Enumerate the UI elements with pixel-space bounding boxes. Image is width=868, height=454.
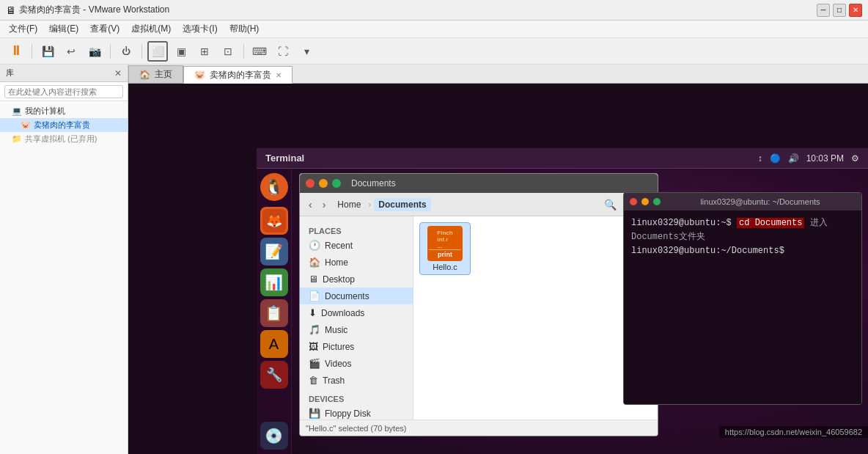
fm-minimize-button[interactable]	[319, 179, 328, 188]
sidebar-home-label: Home	[325, 257, 348, 268]
menu-file[interactable]: 文件(F)	[3, 21, 43, 37]
menu-edit[interactable]: 编辑(E)	[43, 21, 84, 37]
fm-maximize-button[interactable]	[332, 179, 341, 188]
dock-item-1[interactable]: 🦊	[260, 207, 288, 235]
snapshot-button[interactable]: 📷	[84, 41, 105, 62]
sidebar-item-videos[interactable]: 🎬 Videos	[300, 355, 413, 372]
library-search-input[interactable]	[4, 85, 123, 98]
sidebar-item-documents[interactable]: 📄 Documents	[300, 288, 413, 304]
dock-item-7[interactable]: 💿	[260, 422, 288, 450]
breadcrumb-sep: ›	[368, 199, 371, 210]
vm-view-1[interactable]: ⬜	[147, 41, 168, 62]
file-item-hello-c[interactable]: Finchint r... print Hello.c	[419, 222, 471, 275]
sidebar-item-floppy[interactable]: 💾 Floppy Disk	[300, 405, 413, 420]
tree-vm-item[interactable]: 🐷 卖猪肉的李富贵	[0, 118, 128, 132]
dock-item-6[interactable]: 🔧	[260, 361, 288, 389]
sidebar-item-music[interactable]: 🎵 Music	[300, 321, 413, 338]
sidebar-item-pictures[interactable]: 🖼 Pictures	[300, 338, 413, 355]
vmware-titlebar: 🖥 卖猪肉的李富贵 - VMware Workstation ─ □ ✕	[0, 0, 868, 21]
breadcrumb-home[interactable]: Home	[333, 198, 365, 211]
menu-help[interactable]: 帮助(H)	[224, 21, 265, 37]
dock-item-4[interactable]: 📋	[260, 299, 288, 327]
places-label: Places	[300, 221, 413, 237]
app-dock: 🐧 🦊 📝 📊 📋 A 🔧 💿	[257, 169, 292, 454]
shared-vms-label: 共享虚拟机 (已弃用)	[25, 133, 97, 144]
shared-icon: 📁	[12, 134, 22, 144]
clock: 10:03 PM	[806, 153, 844, 164]
home-tab-icon: 🏠	[139, 70, 150, 80]
sidebar-pictures-label: Pictures	[323, 342, 354, 352]
more-button[interactable]: ▾	[296, 41, 317, 62]
breadcrumb-documents[interactable]: Documents	[374, 198, 430, 211]
fm-status-text: "Hello.c" selected (70 bytes)	[306, 424, 406, 433]
tree-shared-vms[interactable]: 📁 共享虚拟机 (已弃用)	[0, 132, 128, 146]
tab-home[interactable]: 🏠 主页	[128, 65, 183, 83]
power-button[interactable]: ⏻	[116, 41, 136, 62]
library-tree: 💻 我的计算机 🐷 卖猪肉的李富贵 📁 共享虚拟机 (已弃用)	[0, 101, 128, 454]
fm-status-bar: "Hello.c" selected (70 bytes)	[300, 420, 658, 436]
terminal-label: Terminal	[265, 153, 304, 164]
sidebar-documents-label: Documents	[325, 291, 369, 301]
fm-main-area: Finchint r... print Hello.c	[413, 216, 658, 420]
save-state-button[interactable]: 💾	[37, 41, 58, 62]
fm-forward-button[interactable]: ›	[320, 197, 329, 212]
volume-icon: 🔊	[788, 153, 799, 164]
dock-item-2[interactable]: 📝	[260, 238, 288, 266]
term-maximize-button[interactable]	[653, 198, 661, 205]
sidebar-item-desktop[interactable]: 🖥 Desktop	[300, 271, 413, 288]
fm-search-button[interactable]: 🔍	[601, 197, 619, 212]
downloads-icon: ⬇	[309, 307, 317, 318]
ubuntu-logo[interactable]: 🐧	[260, 173, 288, 201]
dock-item-3[interactable]: 📊	[260, 268, 288, 296]
sidebar-item-downloads[interactable]: ⬇ Downloads	[300, 304, 413, 321]
menu-vm[interactable]: 虚拟机(M)	[125, 21, 177, 37]
sidebar-trash-label: Trash	[323, 376, 345, 386]
minimize-button[interactable]: ─	[817, 4, 830, 17]
term-minimize-button[interactable]	[641, 198, 649, 205]
trash-icon: 🗑	[309, 375, 318, 386]
fm-body: Places 🕐 Recent 🏠 Home 🖥 Desktop 📄	[300, 216, 658, 420]
term-close-button[interactable]	[630, 198, 637, 205]
vm-view-4[interactable]: ⊡	[218, 41, 238, 62]
fm-sidebar: Places 🕐 Recent 🏠 Home 🖥 Desktop 📄	[300, 216, 413, 420]
fullscreen-button[interactable]: ⛶	[273, 41, 293, 62]
sidebar-item-home[interactable]: 🏠 Home	[300, 254, 413, 271]
recent-icon: 🕐	[309, 240, 320, 251]
console-button[interactable]: ⌨	[249, 41, 270, 62]
toolbar-sep-3	[141, 44, 142, 59]
sidebar-recent-label: Recent	[325, 241, 353, 251]
pause-button[interactable]: ⏸	[6, 41, 26, 62]
vm-view-2[interactable]: ▣	[171, 41, 191, 62]
maximize-button[interactable]: □	[833, 4, 846, 17]
vm-content: Terminal ↕ 🔵 🔊 10:03 PM ⚙ 🐧 🦊 📝 📊	[257, 148, 868, 454]
menu-view[interactable]: 查看(V)	[84, 21, 125, 37]
menu-tabs[interactable]: 选项卡(I)	[177, 21, 223, 37]
dock-item-5[interactable]: A	[260, 330, 288, 358]
fm-back-button[interactable]: ‹	[306, 197, 315, 212]
sidebar-item-trash[interactable]: 🗑 Trash	[300, 372, 413, 389]
devices-label: Devices	[300, 389, 413, 405]
tab-close-button[interactable]: ✕	[276, 71, 282, 79]
term-prompt-1: linux0329@ubuntu:~$	[631, 218, 737, 228]
term-body[interactable]: linux0329@ubuntu:~$ cd Documents 进入Docum…	[624, 210, 861, 404]
vm-name-label: 卖猪肉的李富贵	[34, 120, 90, 131]
file-name-hello-c: Hello.c	[433, 263, 457, 271]
term-line-1: linux0329@ubuntu:~$ cd Documents 进入Docum…	[631, 216, 854, 244]
tab-vm[interactable]: 🐷 卖猪肉的李富贵 ✕	[183, 66, 293, 84]
term-cmd-1: cd Documents	[737, 218, 804, 228]
term-line-2: linux0329@ubuntu:~/Documents$	[631, 244, 854, 258]
music-icon: 🎵	[309, 324, 320, 335]
sidebar-item-recent[interactable]: 🕐 Recent	[300, 237, 413, 254]
vm-tab-icon: 🐷	[194, 70, 205, 80]
sidebar-music-label: Music	[325, 325, 347, 335]
terminal-topbar: Terminal ↕ 🔵 🔊 10:03 PM ⚙	[257, 148, 868, 169]
tree-my-computer[interactable]: 💻 我的计算机	[0, 104, 128, 118]
revert-button[interactable]: ↩	[61, 41, 81, 62]
fm-close-button[interactable]	[306, 179, 315, 188]
close-button[interactable]: ✕	[849, 4, 862, 17]
url-text: https://blog.csdn.net/weixin_46059682	[725, 428, 862, 436]
settings-icon[interactable]: ⚙	[851, 153, 859, 164]
vm-view-3[interactable]: ⊞	[194, 41, 215, 62]
fm-breadcrumb: Home › Documents	[333, 198, 430, 211]
library-close-button[interactable]: ✕	[114, 68, 122, 78]
